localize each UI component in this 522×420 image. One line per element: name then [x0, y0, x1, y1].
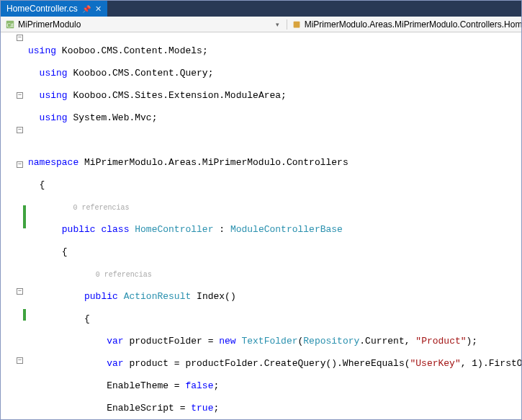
- csharp-file-icon: C#: [5, 19, 15, 30]
- member-dropdown[interactable]: MiPrimerModulo.Areas.MiPrimerModulo.Cont…: [287, 19, 521, 30]
- fold-toggle[interactable]: −: [17, 288, 23, 295]
- pin-icon[interactable]: 📌: [82, 5, 91, 13]
- tab-bar: HomeController.cs 📌 ✕: [1, 1, 521, 17]
- scope-dropdown[interactable]: C# MiPrimerModulo ▾: [1, 19, 287, 30]
- change-marker: [23, 217, 26, 228]
- chevron-down-icon[interactable]: ▾: [273, 21, 282, 28]
- codelens-refs[interactable]: 0 referencias: [73, 204, 129, 212]
- fold-toggle[interactable]: −: [17, 35, 23, 41]
- code-editor[interactable]: − − − − − − using Kooboo.CMS.Cont: [1, 32, 521, 419]
- code-area[interactable]: using Kooboo.CMS.Content.Models; using K…: [27, 32, 521, 419]
- svg-rect-2: [293, 21, 300, 27]
- scope-text: MiPrimerModulo: [18, 19, 81, 30]
- file-tab[interactable]: HomeController.cs 📌 ✕: [1, 1, 107, 17]
- change-marker: [23, 309, 26, 321]
- fold-toggle[interactable]: −: [17, 127, 23, 133]
- tab-title: HomeController.cs: [6, 4, 78, 14]
- member-text: MiPrimerModulo.Areas.MiPrimerModulo.Cont…: [305, 19, 521, 30]
- nav-bar: C# MiPrimerModulo ▾ MiPrimerModulo.Areas…: [1, 17, 521, 32]
- fold-toggle[interactable]: −: [17, 92, 23, 99]
- method-icon: [292, 19, 302, 30]
- codelens-refs[interactable]: 0 referencias: [96, 271, 152, 279]
- fold-toggle[interactable]: −: [17, 161, 23, 168]
- fold-toggle[interactable]: −: [17, 357, 23, 364]
- change-marker: [23, 205, 26, 217]
- gutter: − − − − − −: [1, 32, 27, 419]
- svg-text:C#: C#: [6, 22, 13, 28]
- close-icon[interactable]: ✕: [95, 4, 102, 14]
